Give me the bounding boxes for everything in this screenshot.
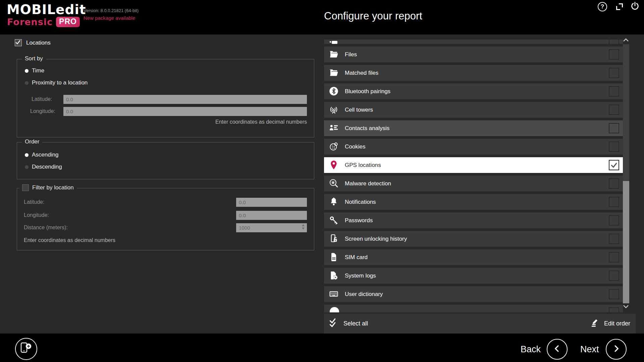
list-item-label: Malware detection xyxy=(345,176,391,191)
radio-on-icon xyxy=(25,69,29,73)
list-item-partial-top[interactable] xyxy=(324,40,623,44)
item-checkbox[interactable] xyxy=(609,105,619,115)
spinner-up-icon[interactable] xyxy=(302,224,305,226)
radio-order-ascending[interactable]: Ascending xyxy=(25,152,58,158)
list-item-partial-bottom[interactable] xyxy=(324,305,623,312)
sort-latitude-input[interactable] xyxy=(63,95,307,104)
list-item-label: Files xyxy=(345,47,357,62)
item-checkbox[interactable] xyxy=(609,215,619,226)
help-icon[interactable]: ? xyxy=(598,2,607,11)
resize-window-icon[interactable] xyxy=(616,3,623,10)
list-item[interactable]: Passwords xyxy=(324,213,623,228)
sort-by-legend: Sort by xyxy=(22,55,46,62)
malware-icon xyxy=(329,178,340,188)
circle-fragment-icon xyxy=(329,305,340,312)
coordinates-hint: Enter coordinates as decimal numbers xyxy=(24,237,115,243)
back-button-label[interactable]: Back xyxy=(521,344,541,355)
list-item-label: Cell towers xyxy=(345,102,373,118)
radio-sort-time[interactable]: Time xyxy=(25,67,44,74)
distance-input[interactable] xyxy=(236,223,307,232)
list-item[interactable]: User dictionary xyxy=(324,286,623,302)
list-item-label: User dictionary xyxy=(345,286,383,302)
list-item[interactable]: Matched files xyxy=(324,65,623,81)
list-item-label: Cookies xyxy=(345,139,365,155)
list-item[interactable]: SIM card xyxy=(324,249,623,265)
item-checkbox[interactable] xyxy=(609,270,619,281)
filter-latitude-input[interactable] xyxy=(236,198,307,207)
select-all-icon xyxy=(329,317,339,330)
radio-order-descending[interactable]: Descending xyxy=(25,164,62,170)
list-item-label: Contacts analysis xyxy=(345,120,389,136)
logo-forensic-text: Forensic xyxy=(7,17,53,27)
cookie-icon xyxy=(329,141,340,152)
device-fragment-icon xyxy=(329,40,340,44)
item-checkbox[interactable] xyxy=(609,123,619,133)
item-checkbox[interactable] xyxy=(609,49,619,60)
list-item[interactable]: Bluetooth pairings xyxy=(324,83,623,99)
radio-label: Proximity to a location xyxy=(32,79,88,86)
longitude-label: Longitude: xyxy=(30,108,55,114)
item-checkbox[interactable] xyxy=(609,289,619,299)
screen-unlock-icon xyxy=(329,234,340,244)
list-item-label: Passwords xyxy=(345,213,373,228)
item-checkbox[interactable] xyxy=(609,252,619,262)
item-checkbox[interactable] xyxy=(609,160,619,170)
next-button-label[interactable]: Next xyxy=(580,344,599,355)
next-button[interactable] xyxy=(606,339,627,360)
edit-order-label: Edit order xyxy=(604,320,630,327)
item-checkbox[interactable] xyxy=(609,141,619,152)
list-item[interactable]: Notifications xyxy=(324,194,623,210)
distance-spinner[interactable] xyxy=(301,224,306,232)
list-item[interactable]: Malware detection xyxy=(324,176,623,191)
item-checkbox[interactable] xyxy=(609,40,619,44)
sim-card-icon xyxy=(329,252,340,262)
list-item-label: Matched files xyxy=(345,65,378,81)
edit-order-button[interactable]: Edit order xyxy=(589,314,630,334)
sort-by-group: Sort by Time Proximity to a location Lat… xyxy=(17,59,314,137)
key-icon xyxy=(329,215,340,225)
list-item-label: System logs xyxy=(345,268,376,284)
list-item[interactable]: System logs xyxy=(324,268,623,284)
longitude-label: Longitude: xyxy=(24,212,49,218)
list-item[interactable]: Files xyxy=(324,47,623,62)
power-icon[interactable] xyxy=(630,1,640,11)
folder-icon xyxy=(329,49,340,59)
radio-label: Time xyxy=(32,67,44,74)
item-checkbox[interactable] xyxy=(609,197,619,207)
app-logo: MOBILedit xyxy=(7,2,86,17)
scroll-down-icon[interactable] xyxy=(623,304,629,310)
radio-on-icon xyxy=(25,153,29,157)
gps-pin-icon xyxy=(329,160,340,170)
list-item-label: Bluetooth pairings xyxy=(345,83,390,99)
filter-longitude-input[interactable] xyxy=(236,211,307,220)
radio-sort-proximity[interactable]: Proximity to a location xyxy=(25,79,88,86)
list-item[interactable]: GPS locations xyxy=(324,157,623,173)
add-phone-button[interactable] xyxy=(15,338,37,360)
order-legend: Order xyxy=(22,138,42,145)
spinner-down-icon[interactable] xyxy=(302,228,305,230)
back-button[interactable] xyxy=(547,339,568,360)
contacts-analysis-icon xyxy=(329,123,340,133)
select-all-button[interactable]: Select all xyxy=(329,314,368,334)
list-item[interactable]: Screen unlocking history xyxy=(324,231,623,247)
phone-plus-icon xyxy=(16,351,33,356)
bell-icon xyxy=(329,197,340,207)
locations-checkbox[interactable] xyxy=(15,39,22,46)
list-item[interactable]: Contacts analysis xyxy=(324,120,623,136)
update-notice-link[interactable]: New package available xyxy=(84,15,135,21)
item-checkbox[interactable] xyxy=(609,307,619,312)
scrollbar-thumb[interactable] xyxy=(623,181,629,303)
item-checkbox[interactable] xyxy=(609,86,619,97)
scroll-up-icon[interactable] xyxy=(623,38,629,43)
filter-legend-label: Filter by location xyxy=(32,184,74,191)
item-checkbox[interactable] xyxy=(609,68,619,78)
list-item-label: Notifications xyxy=(345,194,376,210)
order-group: Order Ascending Descending xyxy=(17,142,314,179)
sort-longitude-input[interactable] xyxy=(63,107,307,116)
item-checkbox[interactable] xyxy=(609,234,619,244)
list-item[interactable]: Cell towers xyxy=(324,102,623,118)
item-checkbox[interactable] xyxy=(609,178,619,189)
keyboard-icon xyxy=(329,289,340,299)
filter-by-location-checkbox[interactable] xyxy=(22,184,29,191)
list-item[interactable]: Cookies xyxy=(324,139,623,155)
